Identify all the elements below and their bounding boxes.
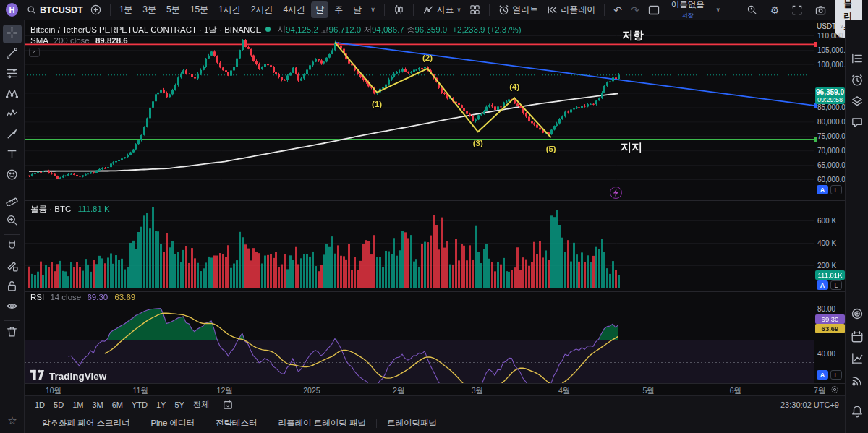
interval-button-날[interactable]: 날 xyxy=(311,1,328,18)
time-tick[interactable]: 3월 xyxy=(472,386,483,396)
wave-label-3[interactable]: (3) xyxy=(473,139,483,147)
interval-button-1시간[interactable]: 1시간 xyxy=(214,1,245,18)
go-to-date-button[interactable] xyxy=(223,400,233,410)
auto-scale-button[interactable]: A xyxy=(817,370,828,380)
broadcast-button[interactable] xyxy=(851,374,864,387)
support-annotation[interactable]: 지지 xyxy=(621,141,642,155)
favorite-drawings-star-icon[interactable]: ☆ xyxy=(0,414,25,427)
range-button-6M[interactable]: 6M xyxy=(108,399,127,411)
text-tool-tool-button[interactable] xyxy=(3,146,22,165)
price-chart-canvas[interactable] xyxy=(25,20,814,200)
time-axis-gear-icon[interactable] xyxy=(830,385,839,395)
bottom-tab-5[interactable]: 트레이딩패널 xyxy=(377,418,447,429)
alert-button[interactable]: 얼러트 xyxy=(494,1,542,18)
bottom-tab-3[interactable]: 전략테스터 xyxy=(205,418,268,429)
time-tick[interactable]: 5월 xyxy=(642,386,654,396)
price-axis[interactable]: USDT ∨ 110,000.0105,000.0100,000.090,000… xyxy=(814,20,845,395)
volume-chart-canvas[interactable] xyxy=(25,200,814,291)
wave-label-1[interactable]: (1) xyxy=(372,100,382,108)
log-scale-button[interactable]: L xyxy=(830,280,842,290)
compare-add-button[interactable] xyxy=(86,2,106,17)
rsi-chart-canvas[interactable] xyxy=(25,291,814,383)
hotlist-target-button[interactable] xyxy=(851,307,864,320)
pane-divider[interactable] xyxy=(25,200,845,201)
time-tick[interactable]: 4월 xyxy=(558,386,570,396)
legend-collapse-button[interactable]: ˄ xyxy=(29,48,40,57)
range-button-전체[interactable]: 전체 xyxy=(189,398,213,411)
interval-button-3분[interactable]: 3분 xyxy=(138,1,161,18)
layout-templates-button[interactable] xyxy=(465,2,485,17)
lock-tool-button[interactable] xyxy=(3,278,22,296)
elliott-wave-tool-button[interactable] xyxy=(3,106,22,124)
interval-expand-chevron[interactable]: ∨ xyxy=(366,4,380,15)
time-tick[interactable]: 12월 xyxy=(217,386,233,396)
fib-retracement-tool-button[interactable] xyxy=(3,65,22,84)
ideas-chart-button[interactable] xyxy=(851,352,864,365)
calendar-button[interactable] xyxy=(851,330,864,343)
price-scale-mode-buttons[interactable]: A L xyxy=(817,185,842,194)
main-legend-row[interactable]: Bitcoin / TetherUS PERPETUAL CONTRACT · … xyxy=(30,25,522,35)
range-button-1M[interactable]: 1M xyxy=(68,399,88,411)
time-tick[interactable]: 2025 xyxy=(303,386,320,395)
bottom-tab-2[interactable]: Pine 에디터 xyxy=(140,418,205,429)
quick-search-button[interactable] xyxy=(742,2,762,17)
alerts-clock-button[interactable] xyxy=(851,74,864,87)
wave-label-5[interactable]: (5) xyxy=(546,145,556,153)
bottom-tab-4[interactable]: 리플레이 트레이딩 패널 xyxy=(268,418,376,429)
zoom-in-tool-button[interactable] xyxy=(3,212,22,231)
chart-style-button[interactable] xyxy=(389,2,409,17)
tradingview-watermark[interactable]: TradingView xyxy=(30,369,106,383)
chart-area[interactable]: Bitcoin / TetherUS PERPETUAL CONTRACT · … xyxy=(25,20,814,395)
clock-timezone[interactable]: 23:30:02 UTC+9 xyxy=(780,400,839,409)
chat-button[interactable] xyxy=(851,116,864,129)
auto-scale-button[interactable]: A xyxy=(817,185,828,194)
user-avatar[interactable]: H xyxy=(6,3,18,17)
auto-scale-button[interactable]: A xyxy=(817,280,828,290)
time-tick[interactable]: 10월 xyxy=(46,386,61,396)
magnet-tool-button[interactable] xyxy=(3,237,22,256)
brush-tool-button[interactable] xyxy=(3,126,22,145)
emoji-tool-button[interactable] xyxy=(3,166,22,185)
trash-tool-button[interactable] xyxy=(3,323,22,342)
pane-divider[interactable] xyxy=(25,291,845,292)
time-axis[interactable]: 10월11월12월20252월3월4월5월6월7월 xyxy=(25,383,845,395)
interval-button-주[interactable]: 주 xyxy=(330,1,347,18)
bottom-tab-1[interactable]: 암호화폐 페어 스크리너 xyxy=(32,418,140,429)
volume-legend-row[interactable]: 볼륨 · BTC 111.81 K xyxy=(30,204,110,215)
rsi-legend-row[interactable]: RSI 14 close 69.30 63.69 xyxy=(30,293,135,301)
replay-button[interactable]: 리플레이 xyxy=(542,1,600,18)
layout-name-chevron[interactable]: ∨ xyxy=(712,5,725,15)
ruler-tool-button[interactable] xyxy=(3,192,22,210)
log-scale-button[interactable]: L xyxy=(830,370,842,380)
symbol-search-button[interactable]: BTCUSDT xyxy=(24,3,86,17)
time-tick[interactable]: 6월 xyxy=(730,386,741,396)
redo-button[interactable]: ↷ xyxy=(626,3,644,17)
interval-button-5분[interactable]: 5분 xyxy=(162,1,184,18)
range-button-5D[interactable]: 5D xyxy=(49,399,68,411)
interval-button-15분[interactable]: 15분 xyxy=(186,1,213,18)
resistance-annotation[interactable]: 저항 xyxy=(622,29,644,43)
undo-button[interactable]: ↶ xyxy=(609,3,626,17)
settings-button[interactable]: ⚙ xyxy=(766,3,784,17)
range-button-YTD[interactable]: YTD xyxy=(127,399,152,411)
log-scale-button[interactable]: L xyxy=(830,185,842,194)
watchlist-button[interactable] xyxy=(851,52,864,65)
layout-name-button[interactable]: 이름없음 저장 xyxy=(668,0,707,20)
sma-legend-row[interactable]: SMA 200 close 89,828.6 xyxy=(30,36,128,45)
trend-line-tool-button[interactable] xyxy=(3,45,22,64)
rsi-scale-mode-buttons[interactable]: A L xyxy=(817,370,842,380)
crosshair-tool-button[interactable] xyxy=(3,25,22,43)
notifications-bell-button[interactable] xyxy=(851,405,864,418)
indicators-button[interactable]: 지표 ∨ xyxy=(418,1,466,18)
xabcd-pattern-tool-button[interactable] xyxy=(3,85,22,104)
object-tree-button[interactable] xyxy=(851,95,864,108)
range-button-1D[interactable]: 1D xyxy=(30,399,49,411)
interval-button-2시간[interactable]: 2시간 xyxy=(247,1,278,18)
range-button-5Y[interactable]: 5Y xyxy=(170,399,188,411)
layout-select-button[interactable] xyxy=(644,3,664,17)
interval-button-달[interactable]: 달 xyxy=(349,1,366,18)
volume-scale-mode-buttons[interactable]: A L xyxy=(817,280,842,290)
time-tick[interactable]: 2월 xyxy=(393,386,404,396)
eye-tool-button[interactable] xyxy=(3,298,22,317)
interval-button-4시간[interactable]: 4시간 xyxy=(278,1,310,18)
